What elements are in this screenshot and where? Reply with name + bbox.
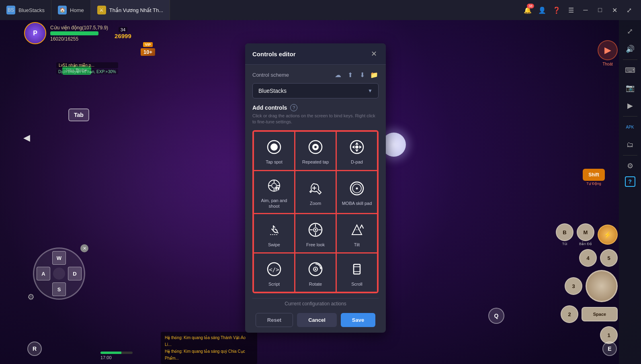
settings-right-btn[interactable]: ⚙ bbox=[621, 158, 639, 174]
files-btn[interactable]: 🗂 bbox=[621, 137, 639, 153]
svg-text:</>: </> bbox=[269, 266, 279, 273]
control-repeated-tap[interactable]: Repeated tap bbox=[295, 132, 336, 170]
tab-home[interactable]: 🏠 Home bbox=[51, 0, 91, 20]
tab-bluestacks[interactable]: BS BlueStacks bbox=[0, 0, 51, 20]
btn-4[interactable]: 4 bbox=[579, 249, 597, 267]
record-btn[interactable]: ▶ bbox=[621, 98, 639, 114]
settings-game-icon[interactable]: ⚙ bbox=[27, 292, 35, 302]
svg-point-10 bbox=[355, 145, 358, 149]
control-tap-spot[interactable]: Tap spot bbox=[254, 132, 294, 170]
apk-btn[interactable]: APK bbox=[621, 119, 639, 135]
fullscreen-btn[interactable]: ⤢ bbox=[621, 23, 639, 39]
player-level-area: 34 26999 bbox=[115, 27, 131, 39]
script-icon: </> bbox=[265, 260, 283, 278]
scheme-label: Control scheme bbox=[252, 72, 289, 78]
scroll-label: Scroll bbox=[351, 281, 362, 287]
control-aim-pan-shoot[interactable]: Aim, pan and shoot bbox=[254, 171, 294, 213]
control-moba-skill-pad[interactable]: MOBA skill pad bbox=[337, 171, 377, 213]
separator-3 bbox=[623, 155, 637, 155]
volume-btn[interactable]: 🔊 bbox=[621, 41, 639, 57]
help-right-btn[interactable]: ? bbox=[625, 176, 635, 187]
notification-bell[interactable]: 🔔 38 bbox=[522, 4, 533, 16]
control-script[interactable]: </> Script bbox=[254, 254, 294, 292]
dpad-d-key[interactable]: D bbox=[68, 267, 82, 280]
modal-close-button[interactable]: ✕ bbox=[369, 49, 379, 59]
moba-skill-pad-label: MOBA skill pad bbox=[342, 200, 372, 206]
control-swipe[interactable]: Swipe bbox=[254, 214, 294, 252]
dpad-a-key[interactable]: A bbox=[37, 267, 50, 280]
m-button[interactable]: M bbox=[577, 223, 594, 241]
game-icon: ⚔ bbox=[97, 6, 106, 14]
dpad-close-button[interactable]: ✕ bbox=[80, 244, 88, 252]
virtual-keyboard-btn[interactable]: ⌨ bbox=[621, 62, 639, 78]
dpad-w-key[interactable]: W bbox=[52, 251, 66, 265]
expand-icon[interactable]: ⤢ bbox=[623, 4, 635, 16]
vip-area: VIP 10+ bbox=[141, 42, 155, 56]
hp-bar-fill bbox=[100, 352, 121, 354]
space-button[interactable]: Space bbox=[582, 307, 618, 321]
buff-text: Dịch chuyển vô hạn, EXP:+30% bbox=[56, 69, 118, 74]
control-free-look[interactable]: Free look bbox=[295, 214, 336, 252]
btn-2[interactable]: 2 bbox=[561, 305, 578, 323]
player-position: Cứu viện động(107.5,79.9) bbox=[50, 25, 108, 31]
moba-skill-pad-icon bbox=[348, 180, 366, 197]
control-zoom[interactable]: Zoom bbox=[295, 171, 336, 213]
modal-footer: Reset Cancel Save bbox=[252, 313, 379, 327]
notification-count: 38 bbox=[527, 4, 534, 8]
save-button[interactable]: Save bbox=[341, 313, 375, 327]
game-tab-label: Thần Vương Nhất Th... bbox=[109, 7, 163, 13]
r-key-button[interactable]: R bbox=[27, 342, 42, 356]
repeated-tap-icon bbox=[307, 138, 324, 156]
rotate-label: Rotate bbox=[309, 281, 322, 287]
dpad-center bbox=[53, 268, 65, 280]
thoat-area: ▶ Thoát bbox=[598, 40, 618, 66]
top-bar-right: 🔔 38 👤 ❓ ☰ ─ □ ✕ ⤢ bbox=[522, 4, 641, 16]
tab-game-button[interactable]: Tab bbox=[68, 108, 89, 121]
back-arrow-button[interactable]: ◀ bbox=[23, 133, 30, 143]
q-key-button[interactable]: Q bbox=[488, 308, 504, 324]
modal-body: Control scheme ☁ ⬆ ⬇ 📁 BlueStacks ▼ bbox=[245, 65, 386, 333]
add-controls-header: Add controls ? bbox=[252, 104, 379, 111]
dropdown-arrow-icon: ▼ bbox=[368, 88, 373, 94]
scheme-export-btn[interactable]: ⬆ bbox=[346, 70, 354, 79]
gold-item-button[interactable]: ⚡ bbox=[598, 225, 618, 245]
b-button[interactable]: B bbox=[556, 223, 573, 241]
svg-point-4 bbox=[314, 146, 317, 148]
e-key-button[interactable]: E bbox=[602, 342, 617, 356]
scheme-import-btn[interactable]: ⬇ bbox=[358, 70, 367, 79]
player-gold: 26999 bbox=[115, 33, 131, 39]
btn-5[interactable]: 5 bbox=[600, 249, 618, 267]
add-controls-help-icon[interactable]: ? bbox=[290, 104, 297, 111]
main-action-button[interactable] bbox=[586, 270, 618, 302]
help-icon[interactable]: ❓ bbox=[551, 4, 562, 16]
thoat-button[interactable]: ▶ bbox=[598, 40, 618, 60]
screenshot-btn[interactable]: 📷 bbox=[621, 80, 639, 96]
control-d-pad[interactable]: D-pad bbox=[337, 132, 377, 170]
control-scroll[interactable]: Scroll bbox=[337, 254, 377, 292]
scheme-dropdown[interactable]: BlueStacks ▼ bbox=[252, 83, 379, 98]
scheme-actions: ☁ ⬆ ⬇ 📁 bbox=[334, 70, 379, 79]
control-tilt[interactable]: Tilt bbox=[337, 214, 377, 252]
restore-icon[interactable]: □ bbox=[594, 4, 606, 16]
cancel-button[interactable]: Cancel bbox=[297, 313, 337, 327]
dpad-s-key[interactable]: S bbox=[52, 282, 66, 296]
menu-icon[interactable]: ☰ bbox=[565, 4, 577, 16]
minimize-icon[interactable]: ─ bbox=[580, 4, 591, 16]
scheme-folder-btn[interactable]: 📁 bbox=[370, 70, 379, 79]
game-ui: ⤢ 🔊 ⌨ 📷 ▶ APK 🗂 ⚙ ? P Cứu viện động(107.… bbox=[0, 20, 641, 364]
close-icon[interactable]: ✕ bbox=[609, 4, 620, 16]
shift-button[interactable]: Shift bbox=[583, 169, 605, 181]
btn-3[interactable]: 3 bbox=[565, 277, 582, 295]
scheme-value: BlueStacks bbox=[258, 88, 287, 94]
reset-button[interactable]: Reset bbox=[256, 313, 293, 327]
separator-2 bbox=[623, 116, 637, 117]
level-text: Lv51 nhận miễn p... bbox=[56, 62, 118, 68]
aim-pan-shoot-label: Aim, pan and shoot bbox=[257, 198, 291, 209]
chat-msg-2: Hệ thống: Kim quang tỏa sáng quý Chia Cụ… bbox=[165, 348, 253, 362]
scheme-cloud-btn[interactable]: ☁ bbox=[334, 70, 342, 79]
swipe-label: Swipe bbox=[268, 242, 280, 247]
tab-game[interactable]: ⚔ Thần Vương Nhất Th... bbox=[91, 0, 170, 20]
separator-1 bbox=[623, 59, 637, 60]
account-icon[interactable]: 👤 bbox=[537, 4, 548, 16]
control-rotate[interactable]: Rotate bbox=[295, 254, 336, 292]
